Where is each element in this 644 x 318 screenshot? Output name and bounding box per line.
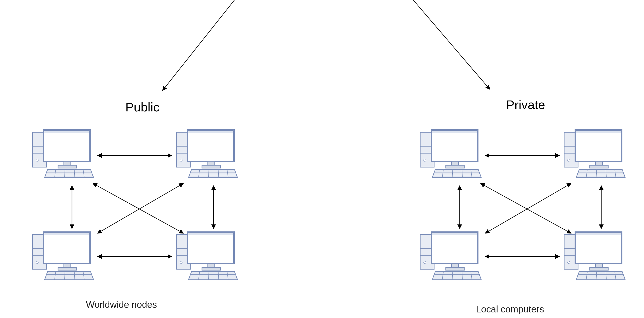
private-caption: Local computers <box>476 304 544 314</box>
computer-icon <box>32 130 94 178</box>
public-title: Public <box>125 100 160 114</box>
computer-icon <box>564 130 625 178</box>
mesh-arrow <box>98 183 184 233</box>
public-caption: Worldwide nodes <box>86 300 157 310</box>
mesh-arrow <box>480 183 571 233</box>
mesh-arrow <box>485 183 571 233</box>
computer-icon <box>176 232 238 280</box>
arrow-to-public <box>162 0 234 90</box>
mesh-arrow <box>93 183 184 233</box>
private-title: Private <box>506 98 545 112</box>
computer-icon <box>420 232 481 280</box>
computer-icon <box>176 130 238 178</box>
computer-icon <box>420 130 481 178</box>
computer-icon <box>32 232 94 280</box>
arrow-to-private <box>413 0 490 89</box>
computer-icon <box>564 232 625 280</box>
public-cluster <box>32 130 238 280</box>
diagram-canvas <box>0 0 644 318</box>
private-cluster <box>420 130 625 280</box>
